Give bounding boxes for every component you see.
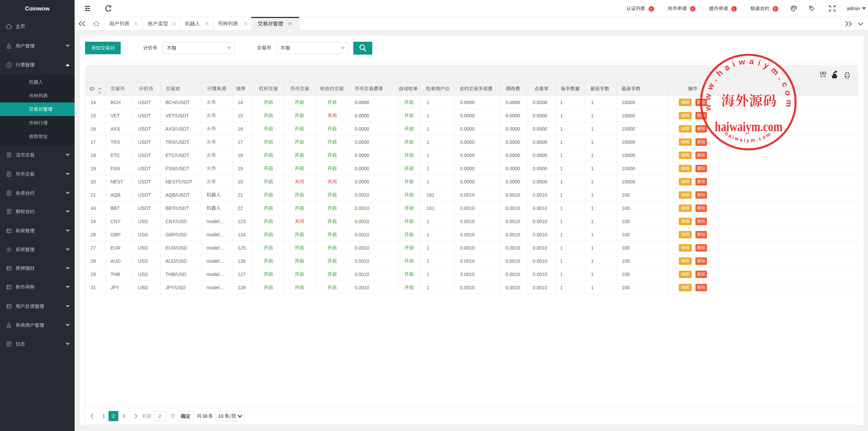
svg-text:haiwaiym.com: haiwaiym.com xyxy=(715,119,783,134)
svg-text:www.haiwaiym.com: www.haiwaiym.com xyxy=(703,56,794,112)
